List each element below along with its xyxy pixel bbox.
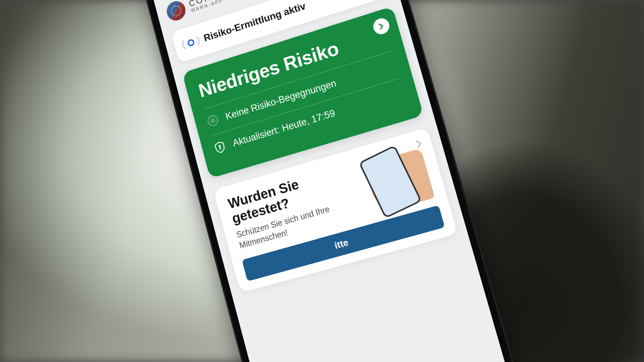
virus-icon (206, 113, 220, 128)
app-logo-icon (165, 0, 188, 23)
broadcast-icon (183, 34, 199, 52)
svg-rect-4 (219, 147, 221, 150)
app-brand-text: CORONA WARN-APP (188, 0, 236, 13)
shield-icon (213, 140, 227, 155)
test-action-button-label: itte (333, 237, 350, 251)
